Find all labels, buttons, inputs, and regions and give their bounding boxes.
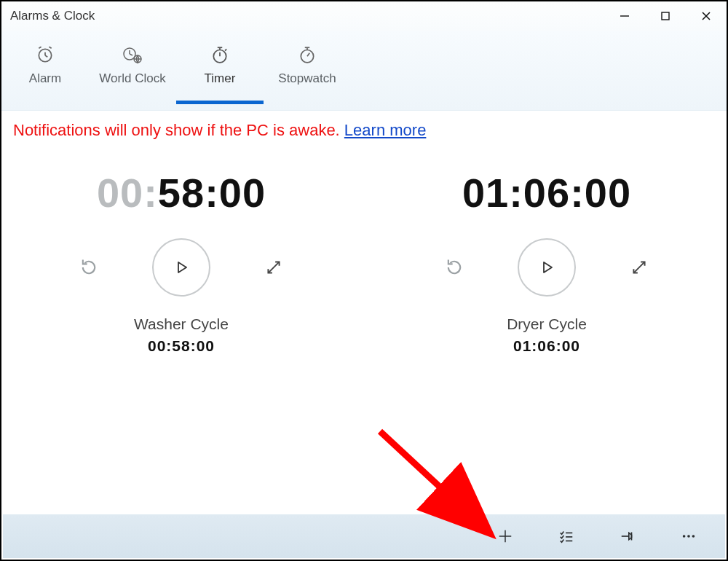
- svg-line-18: [225, 49, 226, 50]
- expand-button[interactable]: [627, 255, 652, 280]
- timer-card[interactable]: 00:58:00: [13, 169, 349, 355]
- tab-label: Timer: [176, 71, 264, 86]
- timer-countdown: 00:58:00: [13, 169, 349, 216]
- svg-point-33: [683, 535, 686, 538]
- timer-duration: 01:06:00: [379, 337, 715, 355]
- svg-line-8: [49, 47, 51, 48]
- world-clock-icon: [89, 44, 176, 66]
- svg-point-14: [213, 50, 226, 63]
- svg-point-34: [687, 535, 690, 538]
- add-timer-button[interactable]: [491, 522, 520, 551]
- svg-point-19: [301, 50, 313, 63]
- minimize-button[interactable]: [604, 1, 645, 31]
- tab-label: World Clock: [89, 71, 176, 86]
- svg-marker-23: [178, 262, 186, 272]
- learn-more-link[interactable]: Learn more: [344, 121, 427, 139]
- title-bar: Alarms & Clock: [1, 1, 727, 31]
- tab-stopwatch[interactable]: Stopwatch: [264, 44, 351, 103]
- alarm-icon: [1, 44, 89, 66]
- stopwatch-icon: [264, 44, 351, 66]
- command-bar: [3, 514, 725, 558]
- tab-label: Alarm: [1, 71, 89, 86]
- svg-line-6: [45, 55, 47, 57]
- notification-banner: Notifications will only show if the PC i…: [13, 121, 715, 140]
- play-button[interactable]: [152, 238, 210, 297]
- tab-world-clock[interactable]: World Clock: [89, 44, 176, 103]
- more-button[interactable]: [674, 522, 703, 551]
- svg-line-37: [380, 431, 482, 526]
- timer-icon: [176, 44, 264, 66]
- play-button[interactable]: [518, 238, 576, 297]
- tab-bar: Alarm World Clock Timer: [1, 31, 727, 111]
- svg-marker-25: [544, 262, 552, 272]
- timer-controls: [379, 238, 715, 297]
- tab-label: Stopwatch: [264, 71, 351, 86]
- maximize-button[interactable]: [645, 1, 686, 31]
- tab-alarm[interactable]: Alarm: [1, 44, 89, 103]
- timer-duration: 00:58:00: [13, 337, 349, 355]
- timer-name: Dryer Cycle: [379, 315, 715, 333]
- svg-line-20: [307, 53, 309, 56]
- timer-controls: [13, 238, 349, 297]
- reset-button[interactable]: [442, 255, 467, 280]
- svg-point-35: [692, 535, 695, 538]
- app-window: Alarms & Clock Alarm: [0, 0, 728, 561]
- timer-name: Washer Cycle: [13, 315, 349, 333]
- timers-grid: 00:58:00: [13, 169, 715, 355]
- svg-line-24: [268, 262, 279, 272]
- close-button[interactable]: [686, 1, 727, 31]
- window-title: Alarms & Clock: [10, 9, 95, 23]
- svg-line-7: [39, 47, 41, 48]
- expand-button[interactable]: [261, 255, 286, 280]
- svg-line-26: [633, 262, 644, 272]
- svg-rect-1: [662, 12, 669, 20]
- reset-button[interactable]: [76, 255, 101, 280]
- content-area: Notifications will only show if the PC i…: [1, 111, 727, 355]
- window-buttons: [604, 1, 727, 31]
- timer-card[interactable]: 01:06:00: [379, 169, 715, 355]
- tab-timer[interactable]: Timer: [176, 44, 264, 103]
- timer-countdown: 01:06:00: [379, 169, 715, 216]
- pin-button[interactable]: [613, 522, 642, 551]
- notification-text: Notifications will only show if the PC i…: [13, 121, 344, 139]
- svg-line-11: [130, 54, 132, 55]
- edit-timers-button[interactable]: [552, 522, 581, 551]
